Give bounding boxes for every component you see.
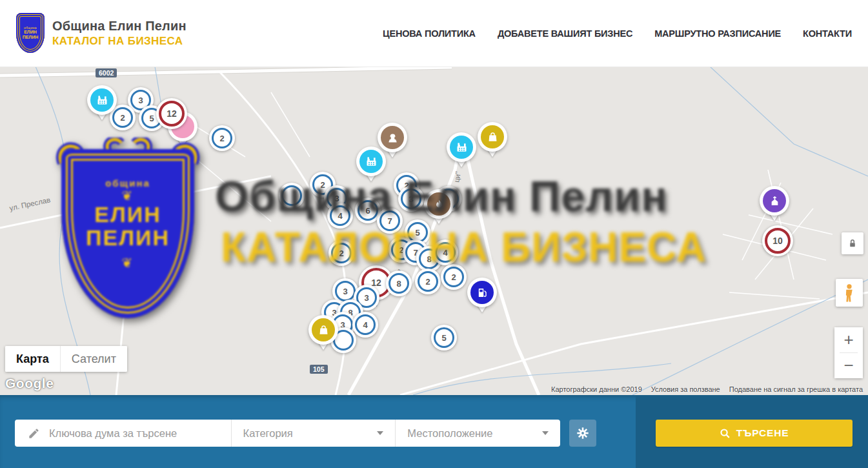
pegman-icon xyxy=(841,283,858,303)
cluster-marker[interactable]: 2 xyxy=(415,269,441,294)
factory-icon xyxy=(90,88,114,112)
fire-icon xyxy=(427,192,450,216)
cluster-marker[interactable]: 5 xyxy=(431,325,457,351)
cluster-marker[interactable]: 2 xyxy=(328,240,354,266)
map-attribution: Картографски данни ©2019Условия за ползв… xyxy=(551,385,863,393)
worker-pin[interactable] xyxy=(378,123,407,152)
nav-item-route-schedule[interactable]: МАРШРУТНО РАЗПИСАНИЕ xyxy=(654,28,781,39)
cluster-count: 2 xyxy=(425,277,430,287)
cluster-marker[interactable]: 2 xyxy=(441,264,467,290)
attribution-link[interactable]: Подаване на сигнал за грешка в картата xyxy=(729,385,863,393)
nav-item-add-business[interactable]: ДОБАВЕТЕ ВАШИЯТ БИЗНЕС xyxy=(498,28,632,39)
cluster-count: 4 xyxy=(363,320,367,330)
cluster-count: 6 xyxy=(365,206,370,216)
nav-item-pricing[interactable]: ЦЕНОВА ПОЛИТИКА xyxy=(383,28,476,39)
cluster-count: 3 xyxy=(409,194,413,204)
search-button[interactable]: ТЪРСЕНЕ xyxy=(656,420,853,447)
factory-pin[interactable] xyxy=(447,132,476,162)
cluster-count: 8 xyxy=(396,279,401,289)
fuel-station-pin[interactable] xyxy=(467,278,497,307)
category-select[interactable]: Категория xyxy=(231,420,396,447)
factory-pin[interactable] xyxy=(87,85,117,115)
shopping-bag-pin[interactable] xyxy=(308,315,338,345)
zoom-in-button[interactable]: + xyxy=(834,327,863,352)
factory-icon xyxy=(450,136,473,159)
street-view-pegman-button[interactable] xyxy=(836,279,863,307)
factory-icon xyxy=(359,150,383,173)
fuel-icon xyxy=(470,281,494,304)
cluster-marker[interactable]: 4 xyxy=(327,203,353,229)
chevron-down-icon xyxy=(377,431,383,438)
cluster-count: 2 xyxy=(320,180,325,190)
cluster-count: 4 xyxy=(338,211,342,221)
advanced-search-button[interactable] xyxy=(569,420,596,447)
site-title: Община Елин Пелин xyxy=(52,19,187,34)
zoom-control: + − xyxy=(834,327,863,378)
cluster-marker[interactable]: 10 xyxy=(762,225,793,256)
cluster-count: 3 xyxy=(138,96,143,105)
lock-icon xyxy=(847,238,858,249)
cluster-count: 12 xyxy=(167,108,177,119)
search-icon xyxy=(720,428,731,439)
cluster-count: 8 xyxy=(427,254,431,264)
pencil-icon xyxy=(28,427,40,440)
cluster-count: 7 xyxy=(387,216,392,226)
map-type-control: Карта Сателит xyxy=(5,346,127,372)
map-type-satellite-button[interactable]: Сателит xyxy=(60,346,127,372)
main-nav: ЦЕНОВА ПОЛИТИКАДОБАВЕТЕ ВАШИЯТ БИЗНЕСМАР… xyxy=(383,0,852,66)
page: община ЕЛИНПЕЛИН Община Елин Пелин КАТАЛ… xyxy=(0,0,868,468)
cluster-marker[interactable] xyxy=(279,183,305,209)
cluster-count: 3 xyxy=(364,293,368,303)
search-panel: Категория Местоположение xyxy=(0,395,868,468)
lock-button[interactable] xyxy=(842,232,863,254)
cluster-marker[interactable]: 7 xyxy=(377,208,403,234)
church-icon xyxy=(763,189,786,212)
search-fieldbar: Категория Местоположение xyxy=(15,420,560,447)
cluster-count: 2 xyxy=(339,249,343,258)
cluster-marker[interactable]: 4 xyxy=(432,239,458,265)
worker-icon xyxy=(381,126,404,149)
cluster-count: 5 xyxy=(415,228,419,238)
cluster-marker[interactable]: 3 xyxy=(398,186,424,212)
gear-icon xyxy=(576,426,590,440)
keyword-input[interactable] xyxy=(48,427,231,440)
cluster-marker[interactable]: 8 xyxy=(386,270,412,296)
cluster-count: 2 xyxy=(451,272,456,282)
markers-layer: 3251222323546752278422128333834510 xyxy=(0,66,868,395)
chevron-down-icon xyxy=(542,431,549,438)
cluster-count: 2 xyxy=(120,113,125,123)
fire-pin[interactable] xyxy=(424,189,454,219)
cluster-marker[interactable]: 4 xyxy=(352,312,378,338)
google-logo[interactable]: Google xyxy=(5,376,54,391)
municipality-crest-icon: община ЕЛИНПЕЛИН xyxy=(16,13,45,53)
cluster-marker[interactable]: 12 xyxy=(156,98,187,129)
bag-icon xyxy=(481,125,504,148)
cluster-count: 3 xyxy=(334,194,339,203)
cluster-count: 5 xyxy=(149,114,154,123)
attribution-link[interactable]: Условия за ползване xyxy=(651,385,720,393)
site-subtitle: КАТАЛОГ НА БИЗНЕСА xyxy=(52,35,187,48)
map-canvas[interactable]: 6002105ул. Преславбул. „Новоселци" 32512… xyxy=(0,66,868,395)
cluster-count: 4 xyxy=(443,248,447,258)
shopping-bag-pin[interactable] xyxy=(478,122,507,152)
site-logo[interactable]: община ЕЛИНПЕЛИН Община Елин Пелин КАТАЛ… xyxy=(16,13,187,53)
map-type-map-button[interactable]: Карта xyxy=(5,346,60,372)
cluster-count: 3 xyxy=(343,287,347,296)
cluster-marker[interactable]: 2 xyxy=(209,125,235,151)
cluster-count: 2 xyxy=(219,134,224,143)
header: община ЕЛИНПЕЛИН Община Елин Пелин КАТАЛ… xyxy=(0,0,868,67)
location-select[interactable]: Местоположение xyxy=(395,420,560,447)
church-pin[interactable] xyxy=(760,186,789,216)
nav-item-contacts[interactable]: КОНТАКТИ xyxy=(803,28,852,39)
attribution-text: Картографски данни ©2019 xyxy=(551,385,642,393)
keyword-field xyxy=(15,420,231,447)
bag-icon xyxy=(312,318,335,341)
cluster-count: 10 xyxy=(772,236,783,246)
zoom-out-button[interactable]: − xyxy=(834,353,863,378)
cluster-count: 5 xyxy=(441,333,446,343)
